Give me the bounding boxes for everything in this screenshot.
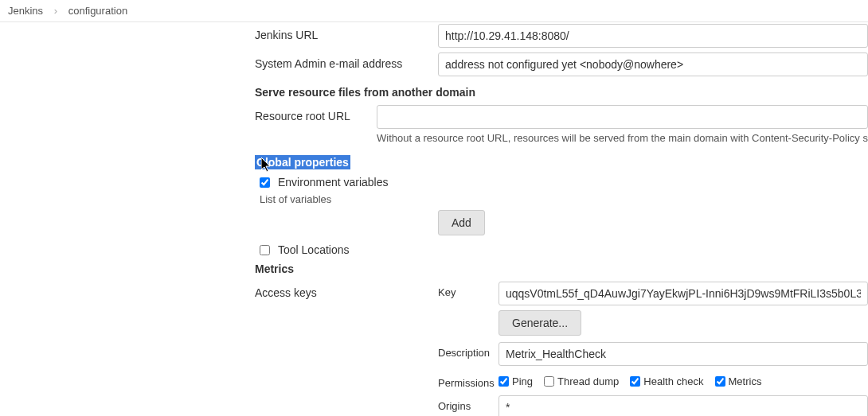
generate-button[interactable]: Generate... xyxy=(499,310,581,336)
env-vars-checkbox[interactable] xyxy=(260,177,270,188)
resource-root-url-input[interactable] xyxy=(377,105,868,129)
breadcrumb-root[interactable]: Jenkins xyxy=(8,5,43,17)
add-variable-button[interactable]: Add xyxy=(438,210,485,235)
resource-help-text: Without a resource root URL, resources w… xyxy=(377,132,868,144)
admin-email-label: System Admin e-mail address xyxy=(255,52,438,70)
origins-label: Origins xyxy=(438,395,499,412)
perm-ping-checkbox[interactable] xyxy=(499,376,509,387)
list-of-variables-label: List of variables xyxy=(260,193,868,205)
breadcrumb: Jenkins › configuration xyxy=(0,0,868,22)
perm-health[interactable]: Health check xyxy=(630,375,703,387)
env-vars-label: Environment variables xyxy=(278,176,389,189)
access-keys-label: Access keys xyxy=(255,282,438,299)
jenkins-url-input[interactable] xyxy=(438,24,868,48)
metrics-section-title: Metrics xyxy=(255,262,868,275)
global-properties-title: Global properties xyxy=(255,155,350,169)
resource-root-url-label: Resource root URL xyxy=(255,105,377,122)
perm-thread-checkbox[interactable] xyxy=(544,376,554,387)
resource-section-title: Serve resource files from another domain xyxy=(255,86,868,99)
origins-input[interactable] xyxy=(499,395,868,416)
chevron-right-icon: › xyxy=(54,5,57,17)
perm-metrics-checkbox[interactable] xyxy=(715,376,725,387)
description-input[interactable] xyxy=(499,342,868,366)
description-label: Description xyxy=(438,342,499,359)
breadcrumb-page[interactable]: configuration xyxy=(68,5,127,17)
perm-metrics[interactable]: Metrics xyxy=(715,375,762,387)
tool-locations-label: Tool Locations xyxy=(278,243,350,256)
tool-locations-checkbox[interactable] xyxy=(260,245,270,255)
key-input[interactable] xyxy=(499,282,868,305)
perm-thread[interactable]: Thread dump xyxy=(544,375,619,387)
permissions-label: Permissions xyxy=(438,372,499,389)
admin-email-input[interactable] xyxy=(438,52,868,76)
perm-ping[interactable]: Ping xyxy=(499,375,533,387)
key-label: Key xyxy=(438,282,499,298)
perm-health-checkbox[interactable] xyxy=(630,376,640,387)
jenkins-url-label: Jenkins URL xyxy=(255,24,438,41)
